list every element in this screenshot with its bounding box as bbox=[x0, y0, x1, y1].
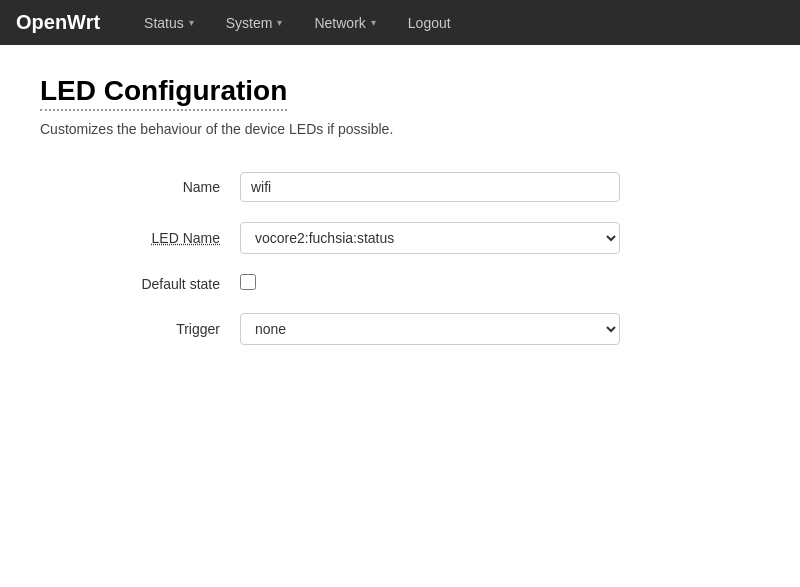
name-control-wrapper bbox=[240, 172, 760, 202]
nav-status-chevron-icon: ▾ bbox=[189, 17, 194, 28]
led-name-label: LED Name bbox=[40, 230, 240, 246]
led-name-select[interactable]: vocore2:fuchsia:status bbox=[240, 222, 620, 254]
page-description: Customizes the behaviour of the device L… bbox=[40, 121, 760, 137]
nav-item-status[interactable]: Status ▾ bbox=[130, 7, 208, 39]
nav-network-label: Network bbox=[314, 15, 365, 31]
name-input[interactable] bbox=[240, 172, 620, 202]
main-content: LED Configuration Customizes the behavio… bbox=[0, 45, 800, 395]
trigger-select[interactable]: none timer heartbeat netdev bbox=[240, 313, 620, 345]
default-state-checkbox[interactable] bbox=[240, 274, 256, 290]
name-label: Name bbox=[40, 179, 240, 195]
nav-system-label: System bbox=[226, 15, 273, 31]
name-row: Name bbox=[40, 172, 760, 202]
nav-status-label: Status bbox=[144, 15, 184, 31]
nav-item-system[interactable]: System ▾ bbox=[212, 7, 297, 39]
nav-logout-button[interactable]: Logout bbox=[394, 7, 465, 39]
nav-network-chevron-icon: ▾ bbox=[371, 17, 376, 28]
default-state-label: Default state bbox=[40, 276, 240, 292]
nav-items: Status ▾ System ▾ Network ▾ Logout bbox=[130, 7, 465, 39]
led-name-control-wrapper: vocore2:fuchsia:status bbox=[240, 222, 760, 254]
trigger-label: Trigger bbox=[40, 321, 240, 337]
led-name-row: LED Name vocore2:fuchsia:status bbox=[40, 222, 760, 254]
trigger-row: Trigger none timer heartbeat netdev bbox=[40, 313, 760, 345]
nav-logo: OpenWrt bbox=[16, 11, 100, 34]
trigger-control-wrapper: none timer heartbeat netdev bbox=[240, 313, 760, 345]
nav-system-chevron-icon: ▾ bbox=[277, 17, 282, 28]
default-state-row: Default state bbox=[40, 274, 760, 293]
nav-item-network[interactable]: Network ▾ bbox=[300, 7, 389, 39]
page-title: LED Configuration bbox=[40, 75, 287, 111]
default-state-control-wrapper bbox=[240, 274, 760, 293]
led-config-form: Name LED Name vocore2:fuchsia:status Def… bbox=[40, 172, 760, 345]
navbar: OpenWrt Status ▾ System ▾ Network ▾ Logo… bbox=[0, 0, 800, 45]
